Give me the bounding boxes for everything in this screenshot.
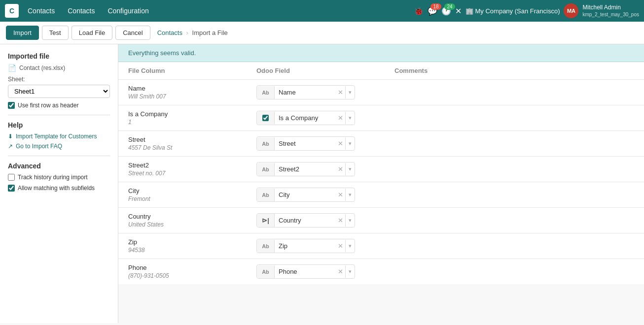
row-col-sample: 4557 De Silva St	[128, 144, 237, 151]
track-history-checkbox[interactable]	[8, 174, 15, 181]
activity-notification[interactable]: 🕐 24	[441, 6, 451, 16]
field-dropdown-button[interactable]: ▾	[345, 163, 355, 175]
field-clear-button[interactable]: ✕	[336, 86, 345, 99]
sheet-label: Sheet:	[8, 76, 110, 83]
field-dropdown-button[interactable]: ▾	[345, 214, 355, 227]
field-dropdown-button[interactable]: ▾	[345, 86, 355, 98]
row-col-sample: Will Smith 007	[128, 93, 237, 100]
row-comments	[385, 131, 644, 157]
table-row: Name Will Smith 007 Ab Name ✕ ▾	[118, 80, 644, 105]
sidebar: Imported file 📄 Contact (res.xlsx) Sheet…	[0, 44, 118, 323]
field-value: City	[275, 188, 336, 201]
user-name: Mitchell Admin	[582, 4, 639, 12]
row-col-sample: 1	[128, 119, 237, 126]
field-selector[interactable]: ⊳| Country ✕ ▾	[256, 213, 355, 228]
text-icon: Ab	[262, 243, 269, 249]
field-dropdown-button[interactable]: ▾	[345, 265, 355, 278]
col-header-file: File Column	[118, 62, 247, 80]
field-selector[interactable]: Ab Street2 ✕ ▾	[256, 162, 355, 176]
row-col-sample: 94538	[128, 247, 237, 254]
field-clear-button[interactable]: ✕	[336, 214, 345, 227]
field-clear-button[interactable]: ✕	[336, 188, 345, 201]
field-value: Country	[275, 214, 336, 227]
import-template-link[interactable]: ⬇ Import Template for Customers	[8, 133, 110, 140]
row-comments	[385, 105, 644, 131]
breadcrumb-parent[interactable]: Contacts	[157, 29, 182, 36]
field-selector[interactable]: Ab Phone ✕ ▾	[256, 264, 355, 279]
row-col-name: Phone	[128, 264, 237, 271]
load-file-button[interactable]: Load File	[72, 26, 112, 40]
file-name-label: Contact (res.xlsx)	[19, 65, 65, 71]
row-comments	[385, 208, 644, 233]
field-clear-button[interactable]: ✕	[336, 265, 345, 278]
use-first-row-checkbox[interactable]	[8, 102, 15, 109]
test-button[interactable]: Test	[42, 26, 69, 40]
table-row: Country United States ⊳| Country ✕ ▾	[118, 208, 644, 233]
nav-contacts-main[interactable]: Contacts	[64, 5, 99, 17]
field-dropdown-button[interactable]: ▾	[345, 189, 355, 201]
success-banner: Everything seems valid.	[118, 44, 644, 62]
company-name: My Company (San Francisco)	[475, 7, 560, 15]
field-clear-button[interactable]: ✕	[336, 162, 345, 176]
table-row: Phone (870)-931-0505 Ab Phone ✕ ▾	[118, 259, 644, 285]
field-value: Phone	[275, 265, 336, 278]
row-col-name: Zip	[128, 238, 237, 246]
navbar: C Contacts Contacts Configuration 🐞 💬 18…	[0, 0, 644, 22]
company-selector[interactable]: 🏢 My Company (San Francisco)	[465, 7, 560, 15]
text-icon: Ab	[262, 192, 269, 198]
field-clear-button[interactable]: ✕	[336, 111, 345, 125]
use-first-row-label[interactable]: Use first row as header	[18, 102, 78, 109]
cancel-button[interactable]: Cancel	[115, 26, 150, 40]
field-selector[interactable]: Ab Name ✕ ▾	[256, 85, 355, 99]
nav-configuration[interactable]: Configuration	[104, 5, 153, 17]
breadcrumb: Contacts › Import a File	[157, 29, 228, 36]
row-comments	[385, 157, 644, 182]
import-table: File Column Odoo Field Comments Name Wil…	[118, 62, 644, 284]
field-value: Zip	[275, 239, 336, 253]
breadcrumb-current: Import a File	[192, 29, 228, 36]
row-col-name: Street	[128, 136, 237, 143]
row-col-name: Name	[128, 85, 237, 92]
file-name-row: 📄 Contact (res.xlsx)	[8, 64, 110, 72]
user-avatar[interactable]: MA	[564, 3, 578, 18]
field-clear-button[interactable]: ✕	[336, 239, 345, 253]
row-col-sample: (870)-931-0505	[128, 272, 237, 279]
row-comments	[385, 259, 644, 285]
col-header-odoo: Odoo Field	[247, 62, 385, 80]
field-dropdown-button[interactable]: ▾	[345, 240, 355, 252]
imported-file-title: Imported file	[8, 52, 110, 60]
field-selector[interactable]: Ab Zip ✕ ▾	[256, 239, 355, 253]
user-info: Mitchell Admin kmp_2_test_may_30_pos	[582, 4, 639, 18]
table-row: Street 4557 De Silva St Ab Street ✕ ▾	[118, 131, 644, 157]
field-value: Name	[275, 86, 336, 99]
text-icon: Ab	[262, 166, 269, 172]
import-button[interactable]: Import	[6, 26, 39, 40]
help-title: Help	[8, 121, 110, 129]
field-selector[interactable]: Is a Company ✕ ▾	[256, 111, 355, 125]
allow-matching-checkbox[interactable]	[8, 185, 15, 192]
field-selector[interactable]: Ab City ✕ ▾	[256, 188, 355, 202]
close-icon[interactable]: ✕	[455, 6, 462, 16]
field-selector[interactable]: Ab Street ✕ ▾	[256, 136, 355, 151]
allow-matching-label[interactable]: Allow matching with subfields	[18, 185, 95, 192]
app-logo[interactable]: C	[5, 4, 19, 18]
bug-icon[interactable]: 🐞	[414, 6, 424, 16]
field-dropdown-button[interactable]: ▾	[345, 137, 355, 150]
table-row: Zip 94538 Ab Zip ✕ ▾	[118, 233, 644, 259]
nav-contacts[interactable]: Contacts	[24, 5, 59, 17]
field-dropdown-button[interactable]: ▾	[345, 112, 355, 124]
track-history-label[interactable]: Track history during import	[18, 174, 88, 181]
advanced-title: Advanced	[8, 162, 110, 170]
field-checkbox-icon	[262, 115, 269, 121]
import-faq-link[interactable]: ↗ Go to Import FAQ	[8, 143, 110, 150]
file-icon: 📄	[8, 64, 16, 72]
field-clear-button[interactable]: ✕	[336, 137, 345, 150]
success-message: Everything seems valid.	[128, 49, 196, 57]
field-type-icon: Ab	[257, 163, 275, 176]
field-type-icon: Ab	[257, 86, 275, 99]
messages-notification[interactable]: 💬 18	[428, 6, 437, 16]
row-comments	[385, 182, 644, 208]
external-link-icon: ↗	[8, 143, 13, 150]
row-comments	[385, 80, 644, 105]
sheet-select[interactable]: Sheet1	[8, 85, 110, 98]
